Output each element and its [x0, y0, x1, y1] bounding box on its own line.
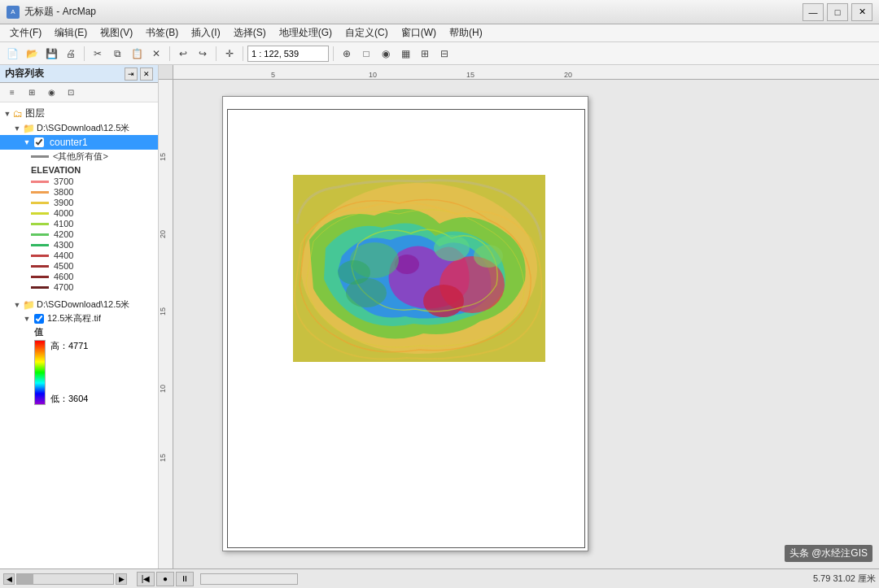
- watermark-text: 头条 @水经注GIS: [789, 547, 868, 559]
- legend-4400: 4400: [0, 250, 158, 260]
- counter1-expand-icon[interactable]: [21, 137, 33, 148]
- scroll-left-btn[interactable]: ◀: [3, 573, 15, 585]
- delete-button[interactable]: ✕: [147, 45, 165, 63]
- pan-button[interactable]: ✛: [221, 45, 238, 63]
- menu-help[interactable]: 帮助(H): [443, 24, 489, 41]
- legend-4300: 4300: [0, 240, 158, 250]
- menu-edit[interactable]: 编辑(E): [48, 24, 94, 41]
- legend-4500: 4500: [0, 261, 158, 271]
- tool5[interactable]: ⊞: [416, 45, 434, 63]
- raster-checkbox[interactable]: [34, 314, 44, 324]
- sidebar-header: 内容列表 ⇥ ✕: [0, 65, 158, 83]
- scrollbar-thumb: [17, 574, 33, 584]
- elevation-label: ELEVATION: [31, 165, 81, 175]
- list-by-drawing-order[interactable]: ≡: [3, 84, 21, 102]
- ruler-tick-20: 20: [564, 71, 572, 79]
- layer-panel[interactable]: 🗂 图层 📁 D:\SGDownload\12.5米 counter1 <其他所…: [0, 102, 158, 568]
- raster-layer-item[interactable]: 12.5米高程.tif: [0, 311, 158, 325]
- legend-val-3800: 3800: [54, 187, 73, 197]
- raster-gradient-bar: [34, 340, 46, 405]
- scroll-right-btn[interactable]: ▶: [116, 573, 127, 585]
- minimize-button[interactable]: —: [802, 3, 824, 21]
- map-page: [222, 96, 588, 551]
- list-by-selection[interactable]: ⊡: [62, 84, 80, 102]
- raster-labels: 高：4771 低：3604: [50, 340, 88, 405]
- menu-geoprocessing[interactable]: 地理处理(G): [273, 24, 339, 41]
- group2-item[interactable]: 📁 D:\SGDownload\12.5米: [0, 298, 158, 311]
- new-button[interactable]: 📄: [3, 45, 21, 63]
- group1-item[interactable]: 📁 D:\SGDownload\12.5米: [0, 121, 158, 135]
- tool4[interactable]: ▦: [396, 45, 414, 63]
- counter1-label: counter1: [47, 136, 90, 149]
- legend-val-4200: 4200: [54, 229, 73, 239]
- legend-4700: 4700: [0, 282, 158, 292]
- app-icon: A: [7, 6, 20, 19]
- raster-expand-icon[interactable]: [21, 313, 33, 324]
- legend-val-4100: 4100: [54, 219, 73, 229]
- horizontal-scrollbar[interactable]: [16, 573, 114, 585]
- main-layout: 内容列表 ⇥ ✕ ≡ ⊞ ◉ ⊡ 🗂 图层 📁 D:\SGDownload: [0, 65, 879, 568]
- list-by-visibility[interactable]: ◉: [42, 84, 60, 102]
- cut-button[interactable]: ✂: [89, 45, 107, 63]
- ruler-tick-15: 15: [466, 71, 474, 79]
- paste-button[interactable]: 📋: [128, 45, 146, 63]
- map-body: 15 20 15 10 15: [159, 80, 879, 568]
- other-values-label: <其他所有值>: [53, 150, 108, 163]
- maximize-button[interactable]: □: [827, 3, 848, 21]
- legend-color-4100: [31, 223, 49, 225]
- close-button[interactable]: ✕: [851, 3, 872, 21]
- group1-expand-icon[interactable]: [11, 123, 23, 134]
- undo-button[interactable]: ↩: [174, 45, 192, 63]
- scale-input[interactable]: [247, 46, 329, 62]
- ruler-vtick-5: 15: [159, 454, 167, 462]
- page-record-btn[interactable]: ●: [156, 572, 174, 586]
- sidebar: 内容列表 ⇥ ✕ ≡ ⊞ ◉ ⊡ 🗂 图层 📁 D:\SGDownload: [0, 65, 159, 568]
- page-nav-prev[interactable]: |◀: [137, 572, 155, 586]
- tool2[interactable]: □: [357, 45, 375, 63]
- window-controls: — □ ✕: [802, 3, 872, 21]
- zoom-tool[interactable]: ⊕: [338, 45, 356, 63]
- menu-bookmarks[interactable]: 书签(B): [139, 24, 185, 41]
- group2-expand-icon[interactable]: [11, 299, 23, 311]
- ruler-tick-5: 5: [271, 71, 275, 79]
- menu-customize[interactable]: 自定义(C): [339, 24, 395, 41]
- menu-insert[interactable]: 插入(I): [185, 24, 226, 41]
- legend-val-4500: 4500: [54, 261, 73, 271]
- save-button[interactable]: 💾: [42, 45, 60, 63]
- layers-root[interactable]: 🗂 图层: [0, 106, 158, 121]
- raster-high-label: 高：4771: [50, 340, 88, 352]
- menu-select[interactable]: 选择(S): [227, 24, 273, 41]
- copy-button[interactable]: ⧉: [108, 45, 126, 63]
- sidebar-title: 内容列表: [5, 67, 44, 81]
- legend-val-3900: 3900: [54, 198, 73, 207]
- legend-val-4000: 4000: [54, 208, 73, 218]
- counter1-checkbox[interactable]: [34, 137, 44, 147]
- tool6[interactable]: ⊟: [435, 45, 453, 63]
- print-button[interactable]: 🖨: [62, 45, 80, 63]
- menu-file[interactable]: 文件(F): [3, 24, 48, 41]
- map-area[interactable]: 5 10 15 20 15 20 15 10 15: [159, 65, 879, 568]
- window-title: 无标题 - ArcMap: [24, 5, 96, 19]
- redo-button[interactable]: ↪: [194, 45, 212, 63]
- legend-color-4600: [31, 276, 49, 278]
- open-button[interactable]: 📂: [23, 45, 41, 63]
- svg-point-9: [338, 260, 370, 285]
- tool3[interactable]: ◉: [377, 45, 395, 63]
- legend-4000: 4000: [0, 208, 158, 218]
- bottom-scrollbar-h[interactable]: [200, 573, 298, 585]
- counter1-layer[interactable]: counter1: [0, 135, 158, 150]
- sidebar-float-button[interactable]: ⇥: [125, 68, 138, 81]
- map-canvas[interactable]: 头条 @水经注GIS: [173, 80, 879, 568]
- page-pause-btn[interactable]: ⏸: [176, 572, 194, 586]
- menu-bar: 文件(F) 编辑(E) 视图(V) 书签(B) 插入(I) 选择(S) 地理处理…: [0, 24, 879, 42]
- sidebar-close-button[interactable]: ✕: [140, 68, 153, 81]
- group2-label: D:\SGDownload\12.5米: [37, 298, 129, 311]
- legend-3700: 3700: [0, 176, 158, 186]
- menu-view[interactable]: 视图(V): [94, 24, 139, 41]
- ruler-vertical: 15 20 15 10 15: [159, 80, 173, 568]
- layers-expand-icon[interactable]: [2, 108, 13, 120]
- menu-window[interactable]: 窗口(W): [395, 24, 443, 41]
- list-by-source[interactable]: ⊞: [23, 84, 41, 102]
- watermark: 头条 @水经注GIS: [785, 545, 872, 562]
- title-bar-left: A 无标题 - ArcMap: [7, 5, 96, 19]
